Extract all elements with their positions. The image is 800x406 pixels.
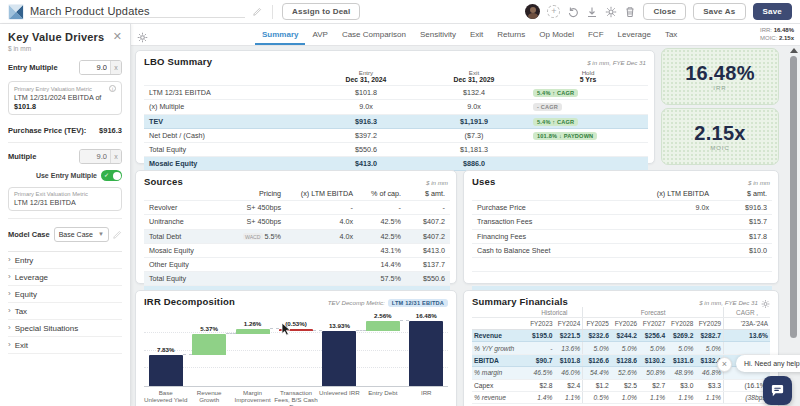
- assign-to-deal-button[interactable]: Assign to Deal: [282, 3, 360, 20]
- sidebar-section-special-situations[interactable]: ›Special Situations: [8, 320, 122, 337]
- cell: $132.4: [420, 86, 528, 100]
- wacd-badge: WACD: [243, 233, 263, 240]
- multiple-input[interactable]: [80, 150, 110, 163]
- tab-returns[interactable]: Returns: [490, 24, 532, 45]
- table-row: (x) Multiple9.0x9.0x- CAGR: [144, 100, 648, 114]
- tev-decomp-metric-badge[interactable]: LTM 12/31 EBITDA: [388, 299, 448, 307]
- use-entry-multiple-toggle[interactable]: ✓: [101, 170, 122, 181]
- add-collaborator-icon[interactable]: +: [547, 5, 560, 18]
- table-row: Purchase Price9.0x$916.3: [472, 201, 772, 215]
- chat-tooltip-close-icon[interactable]: ×: [717, 357, 732, 372]
- chevron-right-icon: ›: [8, 256, 11, 264]
- download-icon[interactable]: [586, 6, 598, 18]
- tab-op-model[interactable]: Op Model: [532, 24, 581, 45]
- table-row: RevolverS+ 450bps---: [144, 201, 450, 215]
- table-row: [472, 272, 772, 286]
- cell: [286, 272, 358, 286]
- moic-value: 2.15x: [694, 123, 746, 143]
- summary-financials-title: Summary Financials: [472, 296, 568, 307]
- tabbar: SummaryAVPCase ComparisonSensitivityExit…: [131, 24, 800, 46]
- financials-col-header: FY2028: [667, 318, 695, 330]
- cell: [218, 272, 286, 286]
- sidebar-section-leverage[interactable]: ›Leverage: [8, 269, 122, 286]
- save-as-button[interactable]: Save As: [693, 3, 745, 20]
- sidebar-section-entry[interactable]: ›Entry: [8, 252, 122, 269]
- cell: 101.8% ↓ PAYDOWN: [528, 128, 648, 142]
- avatar[interactable]: [525, 4, 540, 19]
- primary-exit-valuation-metric-box[interactable]: Primary Exit Valuation Metric LTM 12/31 …: [8, 187, 122, 211]
- cell: Net Debt / (Cash): [144, 128, 312, 142]
- sidebar-section-tax[interactable]: ›Tax: [8, 303, 122, 320]
- cell: [218, 243, 286, 257]
- cell: % revenue: [472, 391, 526, 403]
- sources-col-header: [144, 187, 218, 201]
- multiple-suffix: x: [110, 150, 121, 163]
- waterfall-value-label: 13.93%: [318, 322, 361, 329]
- irr-mini-label: IRR:: [760, 27, 772, 33]
- cell: Transaction Fees: [472, 215, 622, 229]
- chevron-right-icon: ›: [8, 307, 11, 315]
- cell: 1.4%: [526, 391, 554, 403]
- info-icon: i: [109, 85, 116, 92]
- chat-launcher-button[interactable]: [763, 376, 792, 405]
- tab-case-comparison[interactable]: Case Comparison: [335, 24, 413, 45]
- primary-entry-valuation-metric-box[interactable]: Primary Entry Valuation Metric i LTM 12/…: [8, 81, 122, 115]
- tab-exit[interactable]: Exit: [463, 24, 490, 45]
- lbo-summary-table: EntryDec 31, 2024ExitDec 31, 2029Hold5 Y…: [144, 67, 648, 171]
- tab-leverage[interactable]: Leverage: [611, 24, 658, 45]
- waterfall-connector: [183, 354, 192, 355]
- cell: 14.4%: [358, 257, 406, 271]
- table-row: Mosaic Equity$413.0$886.0: [144, 157, 648, 171]
- scroll-up-arrow-icon[interactable]: [790, 48, 798, 53]
- exit-metric-text: LTM 12/31 EBITDA: [14, 198, 76, 207]
- entry-multiple-input-group: x: [79, 60, 122, 75]
- delete-trash-icon[interactable]: [624, 6, 636, 18]
- tab-fcf[interactable]: FCF: [581, 24, 611, 45]
- sidebar-section-exit[interactable]: ›Exit: [8, 337, 122, 354]
- cell: [528, 157, 648, 171]
- chat-tooltip[interactable]: Hi. Need any help?: [736, 355, 800, 372]
- tabs-settings-gear-icon[interactable]: [137, 29, 148, 40]
- financials-gear-icon[interactable]: [761, 298, 770, 307]
- edit-case-pencil-icon[interactable]: [113, 225, 122, 243]
- entry-multiple-input[interactable]: [80, 61, 110, 74]
- uses-col-header: (x) LTM EBITDA: [622, 187, 714, 201]
- cell: Total Debt: [144, 229, 218, 243]
- entry-metric-text: LTM 12/31/2024 EBITDA: [14, 93, 93, 102]
- section-label: Special Situations: [15, 324, 79, 333]
- cell: Purchase Price: [472, 201, 622, 215]
- table-row: UnitrancheS+ 450bps4.0x42.5%$407.2: [144, 215, 450, 229]
- cell: $128.6: [611, 354, 639, 366]
- save-button[interactable]: Save: [753, 3, 792, 20]
- scrollbar-thumb[interactable]: [790, 56, 797, 338]
- tab-avp[interactable]: AVP: [305, 24, 334, 45]
- sidebar-section-equity[interactable]: ›Equity: [8, 286, 122, 303]
- tab-summary[interactable]: Summary: [255, 24, 305, 45]
- waterfall-bar: [366, 321, 400, 331]
- topbar-divider: [272, 5, 273, 19]
- multiple-label: Multiple: [8, 152, 36, 161]
- model-case-select[interactable]: Base Case ▼: [54, 227, 109, 242]
- cell: EBITDA: [472, 354, 526, 366]
- cell: LTM 12/31 EBITDA: [144, 86, 312, 100]
- table-row: Revenue$195.0$221.5$232.6$244.2$256.4$26…: [472, 330, 770, 342]
- cell: 13.6%: [724, 330, 770, 342]
- tab-sensitivity[interactable]: Sensitivity: [413, 24, 463, 45]
- cell: $550.6: [312, 142, 420, 156]
- content-scrollbar[interactable]: [789, 46, 798, 406]
- document-title[interactable]: March Product Updates: [30, 5, 245, 18]
- undo-history-icon[interactable]: [567, 6, 579, 18]
- cell: $407.2: [406, 229, 450, 243]
- close-button[interactable]: Close: [643, 3, 686, 20]
- settings-gear-icon[interactable]: [605, 6, 617, 18]
- cell: [622, 229, 714, 243]
- section-label: Exit: [15, 341, 28, 350]
- entry-multiple-label: Entry Multiple: [8, 63, 58, 72]
- close-panel-icon[interactable]: ✕: [113, 31, 122, 41]
- edit-title-pencil-icon[interactable]: [251, 6, 263, 18]
- summary-content: LBO Summary $ in mm, FYE Dec 31 EntryDec…: [131, 46, 800, 406]
- table-row: Total Equity57.5%$550.6: [144, 272, 450, 286]
- tab-tax[interactable]: Tax: [658, 24, 684, 45]
- waterfall-value-label: 7.83%: [144, 346, 187, 353]
- financials-col-header: FY2027: [639, 318, 667, 330]
